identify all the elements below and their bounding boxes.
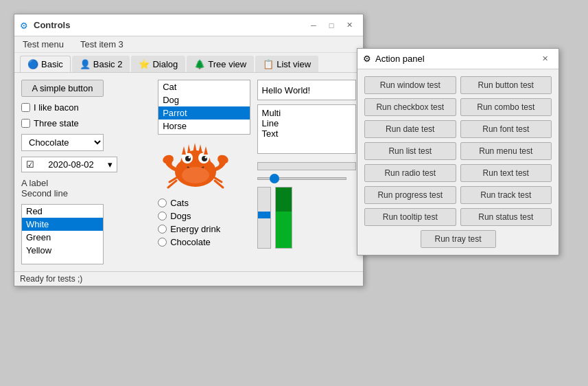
menu-test[interactable]: Test menu [20, 38, 67, 51]
run-tooltip-test-button[interactable]: Run tooltip test [364, 208, 456, 226]
radio-energy-row: Energy drink [158, 224, 250, 234]
run-radio-test-button[interactable]: Run radio test [364, 164, 456, 182]
checkbox2-row: Three state [21, 118, 151, 128]
checkbox1[interactable] [21, 103, 30, 112]
date-picker[interactable]: ☑ 2020-08-02 ▾ [21, 157, 117, 172]
svg-point-7 [205, 156, 207, 158]
radio-chocolate-label: Chocolate [170, 237, 211, 247]
svg-point-6 [189, 156, 191, 158]
run-progress-test-button[interactable]: Run progress test [364, 186, 456, 204]
list-item[interactable]: Green [22, 231, 103, 244]
list-item[interactable]: Parrot [158, 106, 249, 120]
vertical-green-bar [275, 187, 292, 249]
main-content: A simple button I like bacon Three state… [14, 73, 363, 271]
date-dropdown-icon: ▾ [108, 159, 113, 170]
svg-marker-12 [198, 144, 202, 153]
list-item[interactable]: Cat [158, 80, 249, 93]
radio-chocolate[interactable] [158, 238, 167, 247]
multiline-line2: Line [262, 118, 351, 128]
close-button[interactable]: ✕ [341, 19, 357, 32]
checkbox1-row: I like bacon [21, 102, 151, 113]
checkbox2[interactable] [21, 119, 30, 128]
hello-text: Hello World! [262, 85, 311, 95]
color-listbox[interactable]: Red White Green Yellow [21, 204, 104, 264]
controls-titlebar: ⚙ Controls ─ □ ✕ [14, 14, 363, 36]
radio-cats-row: Cats [158, 198, 250, 208]
radio-group: Cats Dogs Energy drink Chocolate [158, 198, 250, 247]
tab-basic2-icon: 👤 [80, 59, 91, 69]
radio-dogs[interactable] [158, 212, 167, 220]
svg-marker-11 [193, 143, 197, 152]
tab-listview-icon: 📋 [263, 59, 274, 69]
tab-treeview-icon: 🌲 [194, 59, 205, 69]
svg-point-20 [182, 167, 209, 183]
radio-energy-label: Energy drink [170, 224, 220, 234]
run-window-test-button[interactable]: Run window test [364, 76, 456, 94]
controls-gear-icon: ⚙ [20, 21, 30, 30]
progress-bar [257, 162, 356, 170]
list-item[interactable]: Red [22, 205, 103, 218]
list-item[interactable]: White [22, 218, 103, 231]
label2: Second line [21, 188, 151, 198]
radio-dogs-row: Dogs [158, 211, 250, 221]
action-panel-gear-icon: ⚙ [363, 54, 371, 64]
vertical-slider-track[interactable] [257, 187, 271, 249]
tab-treeview[interactable]: 🌲 Tree view [187, 56, 254, 72]
multiline-box: Multi Line Text [257, 104, 356, 154]
action-panel-titlebar: ⚙ Action panel ✕ [357, 49, 558, 69]
titlebar-left: ⚙ Controls [20, 20, 70, 30]
label-group: A label Second line [21, 178, 151, 198]
list-item[interactable]: Yellow [22, 244, 103, 257]
list-item[interactable]: Dog [158, 93, 249, 106]
chocolate-dropdown[interactable]: Chocolate [21, 134, 104, 151]
controls-title: Controls [34, 20, 70, 30]
multiline-line1: Multi [262, 108, 351, 118]
statusbar: Ready for tests ;) [14, 271, 363, 286]
right-panel: Hello World! Multi Line Text [257, 80, 356, 264]
menubar: Test menu Test item 3 [14, 36, 363, 53]
simple-button[interactable]: A simple button [21, 80, 104, 97]
hello-box: Hello World! [257, 80, 356, 100]
run-status-test-button[interactable]: Run status test [460, 208, 552, 226]
horizontal-slider[interactable] [257, 177, 346, 180]
run-font-test-button[interactable]: Run font test [460, 120, 552, 138]
titlebar-controls: ─ □ ✕ [305, 19, 357, 32]
checkbox-date-icon: ☑ [26, 159, 34, 170]
radio-dogs-label: Dogs [170, 211, 191, 221]
run-list-test-button[interactable]: Run list test [364, 142, 456, 160]
tab-dialog[interactable]: ⭐ Dialog [131, 56, 185, 72]
radio-cats-label: Cats [170, 198, 189, 208]
list-item[interactable]: Horse [158, 120, 249, 133]
tab-basic[interactable]: 🔵 Basic [20, 56, 71, 72]
action-panel-content: Run window test Run button test Run chec… [357, 69, 558, 255]
run-button-test-button[interactable]: Run button test [460, 76, 552, 94]
run-combo-test-button[interactable]: Run combo test [460, 98, 552, 116]
run-tray-test-button[interactable]: Run tray test [421, 230, 496, 248]
date-value: 2020-08-02 [48, 159, 94, 170]
statusbar-text: Ready for tests ;) [20, 274, 82, 284]
tab-basic-icon: 🔵 [27, 59, 38, 69]
menu-test-item3[interactable]: Test item 3 [78, 38, 126, 51]
run-menu-test-button[interactable]: Run menu test [460, 142, 552, 160]
run-text-test-button[interactable]: Run text test [460, 164, 552, 182]
minimize-button[interactable]: ─ [305, 19, 322, 32]
checkbox2-label: Three state [34, 118, 79, 128]
action-panel-close[interactable]: ✕ [537, 52, 553, 66]
maximize-button[interactable]: □ [323, 19, 340, 32]
left-panel: A simple button I like bacon Three state… [21, 80, 151, 264]
run-track-test-button[interactable]: Run track test [460, 186, 552, 204]
radio-cats[interactable] [158, 198, 167, 207]
run-date-test-button[interactable]: Run date test [364, 120, 456, 138]
label1: A label [21, 178, 151, 188]
action-panel: ⚙ Action panel ✕ Run window test Run but… [357, 48, 559, 256]
multiline-line3: Text [262, 128, 351, 139]
tab-listview[interactable]: 📋 List view [255, 56, 318, 72]
vertical-slider-thumb[interactable] [258, 212, 270, 218]
animal-listbox[interactable]: Cat Dog Parrot Horse [158, 80, 250, 135]
middle-panel: Cat Dog Parrot Horse [158, 80, 250, 264]
vertical-area [257, 187, 356, 249]
svg-point-14 [162, 153, 175, 165]
radio-energy[interactable] [158, 225, 167, 234]
run-checkbox-test-button[interactable]: Run checkbox test [364, 98, 456, 116]
tab-basic2[interactable]: 👤 Basic 2 [72, 56, 130, 72]
